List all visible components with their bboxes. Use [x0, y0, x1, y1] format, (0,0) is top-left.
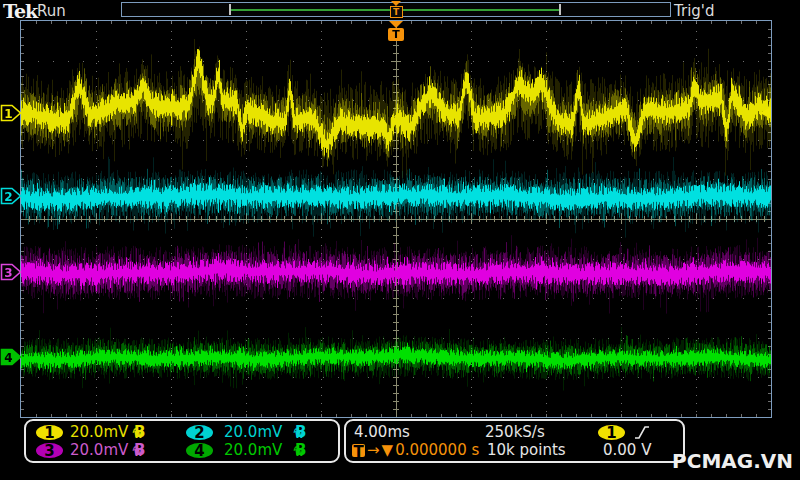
- window-bracket-right: [559, 4, 561, 15]
- waveform-canvas: [21, 21, 771, 417]
- trigger-position-flag: T: [387, 21, 405, 41]
- svg-text:2: 2: [4, 190, 12, 204]
- channel-4-badge: 4: [186, 443, 213, 458]
- graticule: [20, 20, 772, 418]
- horizontal-trigger-readouts: 4.00ms 250kS/s 1 T → ▼ 0.000000 s 10k po…: [344, 419, 685, 463]
- svg-text:1: 1: [4, 107, 12, 121]
- tek-logo: Tek: [3, 0, 37, 22]
- svg-text:3: 3: [4, 266, 12, 280]
- trigger-level: 0.00 V: [603, 442, 651, 458]
- bandwidth-limit-icon: BW: [295, 442, 304, 462]
- channel-4-position-marker: 4: [0, 348, 22, 366]
- channel-2-badge: 2: [186, 425, 213, 440]
- trigger-status: Trig'd: [674, 2, 714, 20]
- channel-1-badge: 1: [36, 425, 63, 440]
- trigger-level-arrow-icon: [760, 107, 771, 119]
- trigger-position-value: 0.000000 s: [395, 442, 479, 458]
- trigger-arrow-icon: [389, 21, 403, 28]
- channel-2-scale: 20.0mV: [224, 424, 282, 440]
- trigger-t-icon: T: [388, 28, 404, 41]
- channel-3-badge: 3: [36, 443, 63, 458]
- bandwidth-limit-icon: BW: [134, 442, 143, 462]
- sample-rate: 250kS/s: [485, 424, 545, 440]
- record-view-bar: T: [121, 2, 671, 17]
- channel-1-position-marker: 1: [0, 104, 22, 122]
- arrow-right-icon: →: [367, 442, 380, 458]
- watermark: PCMAG.VN: [672, 449, 793, 473]
- record-length: 10k points: [487, 442, 566, 458]
- channel-2-position-marker: 2: [0, 187, 22, 205]
- svg-text:4: 4: [4, 351, 12, 365]
- oscilloscope-screen: Tek Run T Trig'd T 1 2 3 4 1 20.0mV ∿BW: [0, 0, 800, 480]
- window-bracket-left: [229, 4, 231, 15]
- channel-readouts: 1 20.0mV ∿BW 2 20.0mV ∿BW 3 20.0mV ∿BW 4…: [24, 419, 340, 463]
- acquisition-status: Run: [37, 2, 66, 20]
- horizontal-scale: 4.00ms: [354, 424, 410, 440]
- channel-4-scale: 20.0mV: [224, 442, 282, 458]
- trigger-t-icon: T: [390, 6, 403, 18]
- trigger-position-readout: T → ▼ 0.000000 s: [352, 442, 479, 458]
- trigger-source-badge: 1: [598, 425, 625, 440]
- rising-edge-icon: [634, 425, 651, 441]
- trigger-t-icon: T: [352, 444, 365, 457]
- channel-3-position-marker: 3: [0, 263, 22, 281]
- channel-1-scale: 20.0mV: [70, 424, 128, 440]
- triangle-down-icon: ▼: [382, 442, 394, 458]
- record-trigger-position-marker: T: [389, 1, 403, 18]
- channel-3-scale: 20.0mV: [70, 442, 128, 458]
